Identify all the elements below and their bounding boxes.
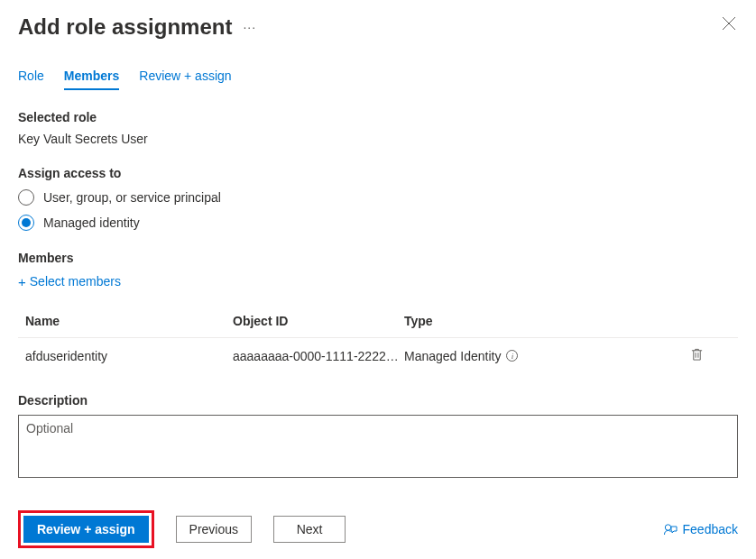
info-icon[interactable]: i	[506, 350, 518, 362]
table-row: afduseridentity aaaaaaaa-0000-1111-2222-…	[18, 338, 738, 373]
col-object-id: Object ID	[233, 314, 404, 328]
description-input[interactable]	[18, 415, 738, 478]
tab-role[interactable]: Role	[18, 69, 44, 90]
cell-type: Managed Identity	[404, 349, 501, 363]
radio-user-group[interactable]: User, group, or service principal	[18, 189, 738, 206]
more-icon[interactable]: ···	[243, 20, 256, 34]
review-assign-button[interactable]: Review + assign	[23, 516, 149, 543]
description-label: Description	[18, 393, 738, 408]
delete-icon[interactable]	[690, 347, 704, 364]
tab-review[interactable]: Review + assign	[139, 69, 231, 90]
select-members-link[interactable]: + Select members	[18, 274, 738, 289]
members-table: Name Object ID Type afduseridentity aaaa…	[18, 305, 738, 373]
close-icon[interactable]	[722, 16, 736, 33]
radio-user-label: User, group, or service principal	[43, 190, 221, 205]
cell-object-id: aaaaaaaa-0000-1111-2222-bb…	[233, 349, 404, 363]
selected-role-value: Key Vault Secrets User	[18, 132, 738, 146]
radio-icon	[18, 189, 34, 206]
cell-name: afduseridentity	[25, 349, 233, 363]
page-title: Add role assignment	[18, 14, 232, 40]
col-name: Name	[25, 314, 233, 328]
feedback-link[interactable]: Feedback	[663, 522, 738, 536]
assign-access-label: Assign access to	[18, 166, 738, 180]
col-type: Type	[404, 314, 585, 328]
plus-icon: +	[18, 275, 26, 289]
tab-members[interactable]: Members	[64, 69, 119, 90]
previous-button[interactable]: Previous	[176, 516, 252, 543]
svg-point-0	[665, 525, 670, 530]
radio-mi-label: Managed identity	[43, 215, 140, 230]
radio-icon	[18, 215, 34, 231]
members-label: Members	[18, 251, 738, 265]
next-button[interactable]: Next	[273, 516, 346, 543]
feedback-text: Feedback	[683, 522, 738, 536]
radio-managed-identity[interactable]: Managed identity	[18, 215, 738, 231]
select-members-text: Select members	[30, 274, 121, 289]
selected-role-label: Selected role	[18, 110, 738, 124]
tabs: Role Members Review + assign	[0, 47, 756, 90]
highlight-review-assign: Review + assign	[18, 510, 154, 548]
